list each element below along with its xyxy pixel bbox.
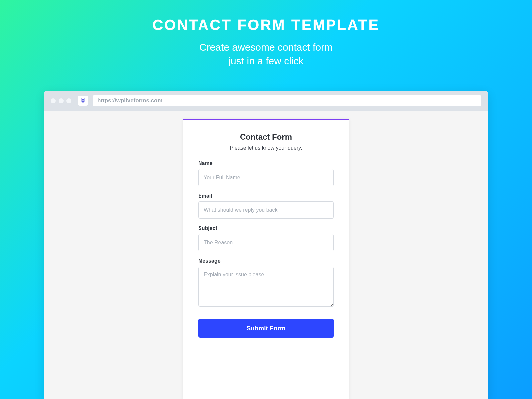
field-subject: Subject: [198, 225, 334, 251]
message-label: Message: [198, 258, 334, 264]
favicon-icon: [78, 96, 88, 106]
contact-form-card: Contact Form Please let us know your que…: [183, 119, 349, 399]
hero-subtitle-line2: just in a few click: [228, 55, 303, 66]
browser-viewport: Contact Form Please let us know your que…: [44, 111, 488, 399]
hero-subtitle-line1: Create awesome contact form: [200, 42, 332, 53]
email-input[interactable]: [198, 201, 334, 219]
form-subtitle: Please let us know your query.: [198, 145, 334, 151]
message-textarea[interactable]: [198, 267, 334, 307]
address-bar[interactable]: https://wpliveforms.com: [93, 95, 481, 106]
name-label: Name: [198, 160, 334, 166]
traffic-light-minimize-icon[interactable]: [59, 98, 64, 103]
browser-window: https://wpliveforms.com Contact Form Ple…: [44, 91, 488, 399]
form-title: Contact Form: [198, 132, 334, 142]
traffic-light-close-icon[interactable]: [51, 98, 56, 103]
traffic-lights: [51, 98, 71, 103]
field-email: Email: [198, 193, 334, 219]
name-input[interactable]: [198, 169, 334, 186]
email-label: Email: [198, 193, 334, 199]
hero-title: CONTACT FORM TEMPLATE: [152, 17, 380, 33]
field-message: Message: [198, 258, 334, 308]
field-name: Name: [198, 160, 334, 186]
browser-top-bar: https://wpliveforms.com: [44, 91, 488, 111]
subject-input[interactable]: [198, 234, 334, 251]
submit-button[interactable]: Submit Form: [198, 319, 334, 338]
traffic-light-zoom-icon[interactable]: [66, 98, 71, 103]
hero-subtitle: Create awesome contact form just in a fe…: [152, 41, 380, 67]
subject-label: Subject: [198, 225, 334, 231]
